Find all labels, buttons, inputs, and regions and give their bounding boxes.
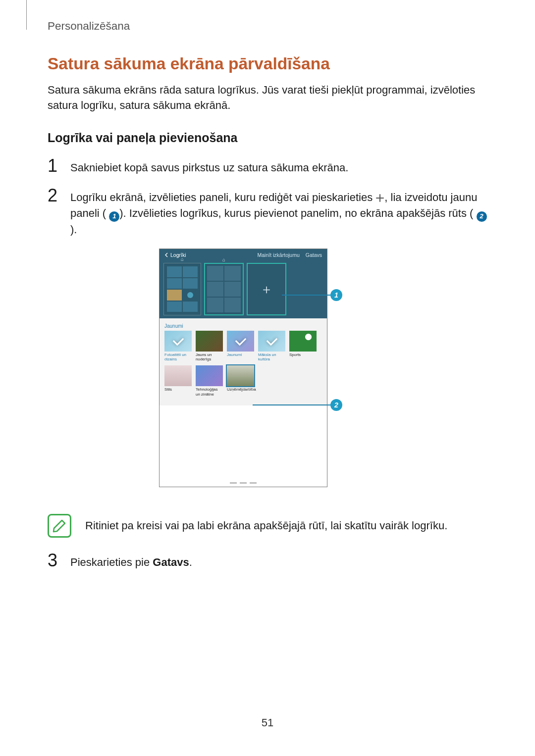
category-tab[interactable]: Jaunumi xyxy=(164,323,322,329)
note-icon xyxy=(48,514,71,538)
home-icon: ⌂ xyxy=(181,256,184,262)
change-layout-button[interactable]: Mainīt izkārtojumu xyxy=(258,252,300,258)
step-2: 2 Logrīku ekrānā, izvēlieties paneli, ku… xyxy=(48,187,487,238)
home-icon: ⌂ xyxy=(222,257,225,262)
widget-thumb[interactable] xyxy=(289,331,317,352)
widget-label: Uzņēmējdarbība xyxy=(227,387,254,396)
chevron-left-icon xyxy=(164,252,168,257)
device-top-area: Logrīki Mainīt izkārtojumu Gatavs ⌂ ⌂ xyxy=(160,249,327,318)
intro-paragraph: Satura sākuma ekrāns rāda satura logrīku… xyxy=(48,82,487,113)
widgets-labels-2: Stils Tehnoloģijas un zinātne Uzņēmējdar… xyxy=(164,387,322,396)
widget-label: Jauns un noderīgs xyxy=(196,353,223,361)
step-body: Pieskarieties pie Gatavs. xyxy=(70,552,192,570)
step-text: . xyxy=(189,556,192,568)
page-content: Satura sākuma ekrāna pārvaldīšana Satura… xyxy=(48,54,487,581)
widget-thumb[interactable] xyxy=(196,331,223,352)
callout-badge-1: 1 xyxy=(330,289,342,301)
widget-thumb[interactable] xyxy=(164,365,192,386)
step-text-bold: Gatavs xyxy=(153,556,189,568)
widget-label: Sports xyxy=(289,353,317,361)
callout-line-1: 1 xyxy=(282,289,342,301)
panel-thumbnail-selected[interactable]: ⌂ xyxy=(204,263,244,315)
subsection-title: Logrīka vai paneļa pievienošana xyxy=(48,131,487,145)
device-frame: Logrīki Mainīt izkārtojumu Gatavs ⌂ ⌂ xyxy=(159,249,327,487)
panel-thumbnail[interactable]: ⌂ xyxy=(163,263,201,315)
step-body: Logrīku ekrānā, izvēlieties paneli, kuru… xyxy=(70,187,487,238)
widget-label: Fotoattēli un dizains xyxy=(164,353,192,361)
step-1: 1 Sakniebiet kopā savus pirkstus uz satu… xyxy=(48,157,487,176)
device-widgets-area: Jaunumi Fotoattēli un dizains Jauns un n… xyxy=(160,318,327,405)
callout-badge-1: 1 xyxy=(109,211,119,222)
widget-thumb[interactable] xyxy=(196,365,223,386)
add-panel-button[interactable]: ＋ xyxy=(247,263,286,315)
plus-icon xyxy=(375,194,384,202)
widgets-row-1 xyxy=(164,331,322,352)
step-text: Logrīku ekrānā, izvēlieties paneli, kuru… xyxy=(70,191,375,203)
widget-label: Stils xyxy=(164,387,192,396)
step-number: 3 xyxy=(48,552,60,569)
callout-badge-2: 2 xyxy=(477,211,487,222)
step-3: 3 Pieskarieties pie Gatavs. xyxy=(48,552,487,570)
step-text: ). Izvēlieties logrīkus, kurus pievienot… xyxy=(119,207,473,219)
section-header: Personalizēšana xyxy=(48,20,130,33)
step-body: Sakniebiet kopā savus pirkstus uz satura… xyxy=(70,157,348,176)
note-text: Ritiniet pa kreisi vai pa labi ekrāna ap… xyxy=(85,519,447,532)
widget-thumb[interactable] xyxy=(258,331,285,352)
step-text: ). xyxy=(70,223,77,236)
pager-indicator xyxy=(160,482,327,484)
widget-thumb-selected[interactable] xyxy=(227,365,254,386)
step-number: 1 xyxy=(48,157,60,175)
plus-icon: ＋ xyxy=(260,281,273,298)
device-diagram: Logrīki Mainīt izkārtojumu Gatavs ⌂ ⌂ xyxy=(48,249,487,496)
widget-label: Tehnoloģijas un zinātne xyxy=(196,387,223,396)
widget-thumb[interactable] xyxy=(164,331,192,352)
widget-label: Māksla un kultūra xyxy=(258,353,285,361)
widget-thumb[interactable] xyxy=(227,331,254,352)
note: Ritiniet pa kreisi vai pa labi ekrāna ap… xyxy=(48,514,487,538)
page-title: Satura sākuma ekrāna pārvaldīšana xyxy=(48,54,487,73)
callout-badge-2: 2 xyxy=(330,399,342,411)
step-number: 2 xyxy=(48,187,60,204)
widgets-labels-1: Fotoattēli un dizains Jauns un noderīgs … xyxy=(164,353,322,361)
page-number: 51 xyxy=(262,716,273,729)
done-button[interactable]: Gatavs xyxy=(306,252,322,258)
widget-label: Jaunumi xyxy=(227,353,254,361)
callout-line-2: 2 xyxy=(253,399,342,411)
widgets-row-2 xyxy=(164,365,322,386)
device-top-bar: Logrīki Mainīt izkārtojumu Gatavs xyxy=(160,249,327,261)
step-text: Pieskarieties pie xyxy=(70,556,153,568)
page-margin-line xyxy=(26,0,27,30)
